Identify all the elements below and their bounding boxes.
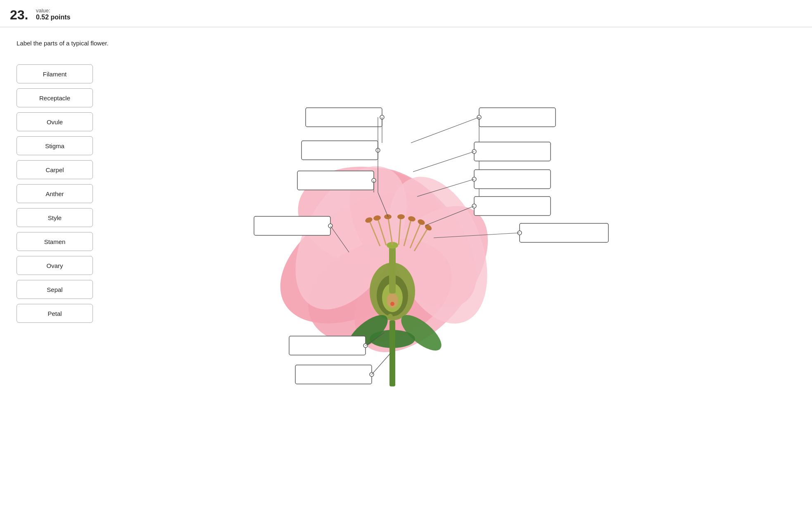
instructions: Label the parts of a typical flower. — [17, 40, 795, 47]
label-ovary[interactable]: Ovary — [17, 256, 93, 275]
svg-point-21 — [397, 214, 405, 219]
svg-rect-43 — [254, 216, 330, 235]
label-filament[interactable]: Filament — [17, 64, 93, 83]
svg-point-30 — [370, 330, 415, 348]
svg-line-58 — [413, 152, 474, 172]
svg-rect-52 — [479, 108, 556, 127]
svg-point-32 — [388, 314, 393, 319]
svg-point-2 — [325, 145, 501, 330]
svg-point-17 — [373, 215, 381, 221]
svg-point-28 — [342, 309, 393, 356]
svg-line-67 — [434, 233, 520, 238]
label-petal[interactable]: Petal — [17, 304, 93, 323]
svg-point-7 — [370, 263, 415, 320]
svg-point-44 — [328, 224, 332, 228]
label-anther[interactable]: Anther — [17, 184, 93, 203]
value-points: 0.52 points — [36, 14, 71, 21]
label-carpel[interactable]: Carpel — [17, 160, 93, 179]
question-header: 23. value: 0.52 points — [0, 0, 812, 27]
svg-line-20 — [399, 218, 401, 245]
label-receptacle[interactable]: Receptacle — [17, 88, 93, 107]
svg-point-3 — [329, 182, 513, 376]
svg-line-14 — [370, 221, 380, 246]
label-stigma[interactable]: Stigma — [17, 136, 93, 155]
svg-point-57 — [472, 149, 476, 154]
svg-line-54 — [411, 117, 479, 143]
svg-point-27 — [424, 223, 433, 232]
svg-point-47 — [363, 344, 368, 348]
label-ovule[interactable]: Ovule — [17, 112, 93, 131]
svg-point-29 — [396, 309, 447, 356]
svg-line-18 — [388, 218, 392, 245]
svg-rect-59 — [474, 170, 551, 189]
svg-point-66 — [518, 231, 522, 235]
svg-point-41 — [372, 178, 376, 182]
svg-point-37 — [376, 148, 380, 152]
svg-point-15 — [364, 216, 373, 223]
svg-point-8 — [377, 275, 408, 316]
svg-line-51 — [372, 353, 390, 374]
svg-point-34 — [380, 115, 384, 119]
svg-point-23 — [408, 216, 416, 222]
svg-point-0 — [258, 166, 469, 350]
svg-rect-62 — [474, 197, 551, 216]
svg-rect-33 — [306, 108, 382, 127]
svg-rect-56 — [474, 142, 551, 161]
svg-point-13 — [387, 242, 398, 249]
svg-point-5 — [273, 147, 430, 328]
svg-point-4 — [293, 220, 467, 364]
label-sepal[interactable]: Sepal — [17, 280, 93, 299]
svg-point-6 — [370, 163, 506, 337]
svg-point-25 — [417, 218, 425, 226]
svg-point-63 — [472, 204, 476, 208]
svg-line-24 — [410, 223, 420, 248]
value-label: value: — [36, 7, 71, 14]
svg-point-1 — [290, 156, 453, 279]
svg-rect-46 — [289, 336, 366, 355]
label-style[interactable]: Style — [17, 208, 93, 227]
svg-line-45 — [330, 226, 349, 252]
svg-line-39 — [378, 192, 388, 217]
svg-rect-12 — [389, 246, 396, 294]
svg-point-10 — [387, 293, 398, 308]
svg-line-48 — [366, 333, 384, 346]
label-stamen[interactable]: Stamen — [17, 232, 93, 251]
label-list: Filament Receptacle Ovule Stigma Carpel … — [17, 64, 93, 323]
svg-rect-40 — [297, 171, 374, 190]
svg-rect-31 — [389, 320, 395, 386]
svg-line-16 — [378, 219, 386, 245]
value-block: value: 0.52 points — [36, 7, 71, 21]
question-number: 23. — [10, 7, 28, 23]
svg-line-64 — [425, 206, 474, 225]
svg-line-22 — [404, 220, 411, 246]
svg-point-19 — [384, 214, 392, 219]
svg-point-53 — [477, 115, 481, 119]
svg-point-11 — [390, 302, 394, 306]
svg-line-61 — [417, 179, 474, 197]
svg-point-9 — [382, 283, 403, 312]
svg-point-50 — [370, 372, 374, 377]
svg-rect-65 — [520, 223, 608, 242]
svg-point-60 — [472, 177, 476, 181]
svg-rect-36 — [302, 141, 378, 160]
question-content: Label the parts of a typical flower. Fil… — [0, 27, 812, 71]
diagram-area — [124, 60, 785, 507]
svg-line-26 — [414, 229, 427, 251]
svg-rect-49 — [295, 365, 372, 384]
connector-lines — [124, 60, 785, 507]
